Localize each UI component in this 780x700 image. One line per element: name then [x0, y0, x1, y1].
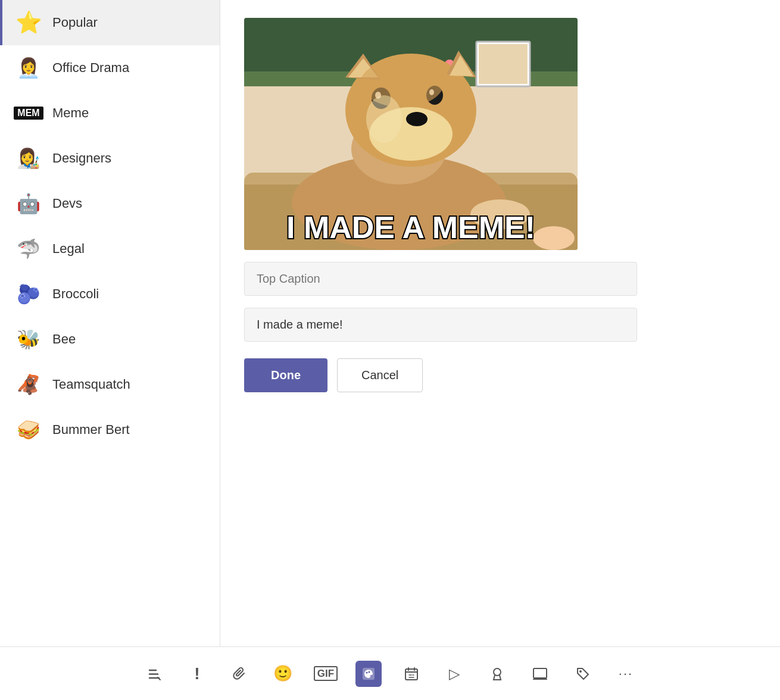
sidebar-label-office-drama: Office Drama: [52, 60, 129, 76]
gif-icon[interactable]: GIF: [313, 661, 339, 687]
sidebar-item-designers[interactable]: 👩‍🎨Designers: [0, 136, 220, 181]
send-icon[interactable]: ▷: [441, 661, 467, 687]
action-buttons: Done Cancel: [244, 358, 756, 392]
cancel-button[interactable]: Cancel: [337, 358, 423, 392]
sidebar-label-bee: Bee: [52, 332, 76, 347]
sidebar-item-bee[interactable]: 🐝Bee: [0, 317, 220, 362]
sidebar-icon-meme: MEM: [14, 99, 43, 127]
sticker-icon[interactable]: [355, 661, 382, 687]
svg-point-25: [360, 60, 444, 107]
meme-preview: I MADE A MEME!: [244, 18, 578, 250]
svg-point-26: [366, 95, 402, 143]
sidebar-item-broccoli[interactable]: 🫐Broccoli: [0, 271, 220, 317]
sidebar: ⭐Popular👩‍💼Office DramaMEMMeme👩‍🎨Designe…: [0, 0, 220, 646]
sidebar-label-bummer-bert: Bummer Bert: [52, 422, 130, 438]
attach-icon[interactable]: [227, 661, 253, 687]
emoji-icon[interactable]: 🙂: [270, 661, 296, 687]
sidebar-icon-office-drama: 👩‍💼: [14, 54, 43, 82]
sidebar-icon-broccoli: 🫐: [14, 280, 43, 308]
sidebar-label-devs: Devs: [52, 196, 82, 211]
sidebar-item-legal[interactable]: 🦈Legal: [0, 226, 220, 271]
svg-point-35: [369, 671, 370, 673]
sidebar-label-broccoli: Broccoli: [52, 286, 99, 302]
more-icon[interactable]: ···: [613, 661, 639, 687]
sidebar-icon-popular: ⭐: [14, 8, 43, 37]
sidebar-item-office-drama[interactable]: 👩‍💼Office Drama: [0, 45, 220, 90]
sidebar-item-teamsquatch[interactable]: 🦧Teamsquatch: [0, 362, 220, 407]
svg-point-48: [579, 670, 582, 673]
sidebar-label-legal: Legal: [52, 241, 85, 257]
sidebar-label-meme: Meme: [52, 105, 89, 121]
sidebar-label-teamsquatch: Teamsquatch: [52, 377, 130, 392]
sidebar-item-meme[interactable]: MEMMeme: [0, 90, 220, 136]
content-area: I MADE A MEME! Done Cancel: [220, 0, 780, 646]
bottom-caption-input[interactable]: [244, 308, 637, 342]
important-icon[interactable]: !: [184, 661, 210, 687]
top-caption-input[interactable]: [244, 262, 637, 296]
sidebar-item-popular[interactable]: ⭐Popular: [0, 0, 220, 45]
tag-icon[interactable]: [570, 661, 596, 687]
svg-point-28: [533, 226, 575, 250]
svg-point-16: [406, 112, 428, 126]
toolbar: ! 🙂 GIF ▷: [0, 646, 780, 700]
svg-line-32: [158, 677, 160, 680]
schedule-icon[interactable]: [398, 661, 425, 687]
sidebar-icon-bummer-bert: 🥪: [14, 415, 43, 444]
whiteboard-icon[interactable]: [527, 661, 553, 687]
sidebar-icon-devs: 🤖: [14, 189, 43, 218]
svg-rect-36: [405, 669, 417, 680]
sidebar-icon-legal: 🦈: [14, 235, 43, 263]
sidebar-icon-bee: 🐝: [14, 325, 43, 354]
svg-point-34: [366, 671, 368, 673]
meme-text: I MADE A MEME!: [286, 210, 535, 245]
sidebar-label-designers: Designers: [52, 151, 111, 166]
svg-rect-7: [479, 44, 528, 84]
sidebar-icon-teamsquatch: 🦧: [14, 370, 43, 399]
svg-rect-44: [533, 668, 547, 678]
reward-icon[interactable]: [484, 661, 510, 687]
done-button[interactable]: Done: [244, 358, 327, 392]
sidebar-label-popular: Popular: [52, 15, 98, 30]
sidebar-item-devs[interactable]: 🤖Devs: [0, 181, 220, 226]
sidebar-item-bummer-bert[interactable]: 🥪Bummer Bert: [0, 407, 220, 452]
svg-point-43: [494, 668, 501, 676]
sidebar-icon-designers: 👩‍🎨: [14, 144, 43, 173]
format-icon[interactable]: [141, 661, 167, 687]
